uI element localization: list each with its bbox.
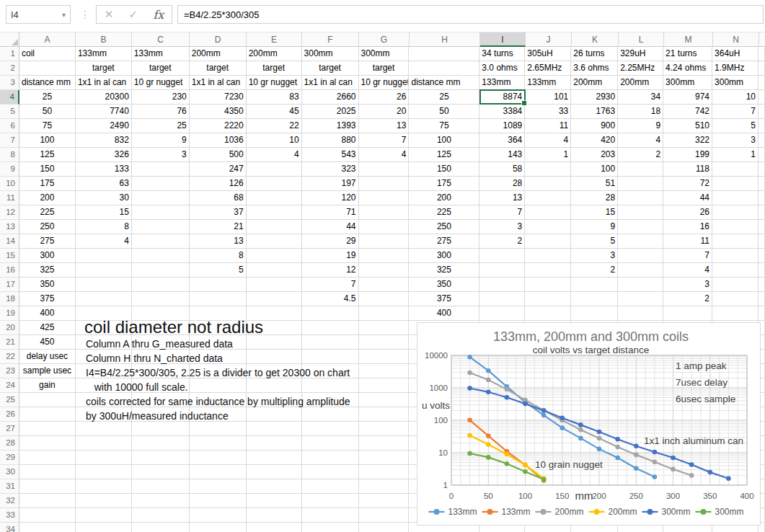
cell-L7[interactable]: 4 <box>618 133 663 148</box>
cell-M5[interactable]: 742 <box>663 105 712 119</box>
cell-B32[interactable] <box>76 494 132 508</box>
cell-K16[interactable]: 2 <box>571 263 618 278</box>
cell-H15[interactable]: 300 <box>409 249 479 263</box>
row-header-1[interactable]: 1 <box>0 47 19 61</box>
select-all-corner[interactable] <box>0 32 19 47</box>
row-header-10[interactable]: 10 <box>0 177 19 191</box>
cell-G34[interactable] <box>359 523 410 532</box>
row-header-31[interactable]: 31 <box>0 479 19 494</box>
cell-C29[interactable] <box>132 451 190 465</box>
cell-B16[interactable] <box>76 263 132 278</box>
cell-K19[interactable] <box>571 306 618 321</box>
cell-L16[interactable] <box>618 263 663 278</box>
cell-E28[interactable] <box>247 436 302 451</box>
cell-E9[interactable] <box>247 162 302 177</box>
row-header-3[interactable]: 3 <box>0 76 19 90</box>
cell-J13[interactable] <box>525 220 571 234</box>
cell-J18[interactable] <box>525 292 571 306</box>
cell-B17[interactable] <box>76 278 132 292</box>
cell-K2[interactable]: 3.6 ohms <box>571 61 618 76</box>
cell-D15[interactable]: 8 <box>190 249 247 263</box>
cell-I10[interactable]: 28 <box>479 177 525 191</box>
cell-E6[interactable]: 22 <box>247 119 302 133</box>
cell-M1[interactable]: 21 turns <box>663 47 712 61</box>
insert-function-icon[interactable]: fx <box>153 8 164 22</box>
cell-M16[interactable]: 4 <box>663 263 712 278</box>
row-header-13[interactable]: 13 <box>0 220 19 234</box>
cell-A31[interactable] <box>19 479 76 494</box>
cell-C1[interactable]: 133mm <box>132 47 190 61</box>
cell-H5[interactable]: 50 <box>409 105 479 119</box>
cell-B6[interactable]: 2490 <box>76 119 132 133</box>
cell-G25[interactable] <box>359 393 410 407</box>
cell-B3[interactable]: 1x1 in al can <box>76 76 132 90</box>
cell-B11[interactable]: 30 <box>76 191 132 205</box>
formula-input[interactable]: =B4/2.25*300/305 <box>177 5 764 24</box>
cell-G22[interactable] <box>359 350 410 364</box>
cell-K12[interactable]: 15 <box>571 205 618 220</box>
cell-I8[interactable]: 143 <box>479 148 525 162</box>
row-header-22[interactable]: 22 <box>0 350 19 364</box>
column-header-N[interactable]: N <box>713 32 759 47</box>
cell-G14[interactable] <box>359 234 410 249</box>
cell-B2[interactable]: target <box>76 61 132 76</box>
cell-F15[interactable]: 19 <box>302 249 359 263</box>
cell-M13[interactable]: 16 <box>663 220 712 234</box>
cell-C27[interactable] <box>132 422 190 436</box>
cell-A32[interactable] <box>19 494 76 508</box>
cell-B10[interactable]: 63 <box>76 177 132 191</box>
cell-I17[interactable] <box>479 278 525 292</box>
cell-B30[interactable] <box>76 465 132 479</box>
cell-N5[interactable]: 7 <box>712 105 759 119</box>
cell-G5[interactable]: 20 <box>359 105 410 119</box>
cell-D32[interactable] <box>190 494 247 508</box>
cell-I6[interactable]: 1089 <box>479 119 525 133</box>
cell-F13[interactable]: 44 <box>302 220 359 234</box>
cell-A3[interactable]: distance mm <box>19 76 76 90</box>
cell-L8[interactable]: 2 <box>618 148 663 162</box>
cell-A19[interactable]: 400 <box>19 306 76 321</box>
cell-F2[interactable]: target <box>302 61 359 76</box>
cell-C2[interactable]: target <box>132 61 190 76</box>
cell-D11[interactable]: 68 <box>190 191 247 205</box>
cell-G7[interactable]: 7 <box>359 133 410 148</box>
cell-N2[interactable]: 1.9MHz <box>712 61 759 76</box>
cell-G17[interactable] <box>359 278 410 292</box>
cell-N14[interactable] <box>712 234 759 249</box>
cell-G21[interactable] <box>359 335 410 350</box>
cell-H6[interactable]: 75 <box>409 119 479 133</box>
cell-A4[interactable]: 25 <box>19 90 76 105</box>
cell-E17[interactable] <box>247 278 302 292</box>
cell-E29[interactable] <box>247 451 302 465</box>
cell-C18[interactable] <box>132 292 190 306</box>
cell-G24[interactable] <box>359 378 410 393</box>
cell-I19[interactable] <box>479 306 525 321</box>
cell-B31[interactable] <box>76 479 132 494</box>
column-header-G[interactable]: G <box>359 32 410 47</box>
cell-L18[interactable] <box>618 292 663 306</box>
cell-C31[interactable] <box>132 479 190 494</box>
row-header-28[interactable]: 28 <box>0 436 19 451</box>
cell-K7[interactable]: 420 <box>571 133 618 148</box>
cell-L9[interactable] <box>618 162 663 177</box>
cell-N18[interactable] <box>712 292 759 306</box>
cell-B12[interactable]: 15 <box>76 205 132 220</box>
cell-F30[interactable] <box>302 465 359 479</box>
cell-D12[interactable]: 37 <box>190 205 247 220</box>
cell-F27[interactable] <box>302 422 359 436</box>
cell-J14[interactable] <box>525 234 571 249</box>
cell-G31[interactable] <box>359 479 410 494</box>
cell-E34[interactable] <box>247 523 302 532</box>
cell-F12[interactable]: 71 <box>302 205 359 220</box>
cell-F31[interactable] <box>302 479 359 494</box>
cell-C8[interactable]: 3 <box>132 148 190 162</box>
cell-L10[interactable] <box>618 177 663 191</box>
cell-A29[interactable] <box>19 451 76 465</box>
cell-M8[interactable]: 199 <box>663 148 712 162</box>
row-header-6[interactable]: 6 <box>0 119 19 133</box>
cell-K15[interactable]: 3 <box>571 249 618 263</box>
cell-E11[interactable] <box>247 191 302 205</box>
column-header-A[interactable]: A <box>19 32 76 47</box>
row-header-18[interactable]: 18 <box>0 292 19 306</box>
name-box-dropdown-icon[interactable]: ▾ <box>62 11 66 19</box>
